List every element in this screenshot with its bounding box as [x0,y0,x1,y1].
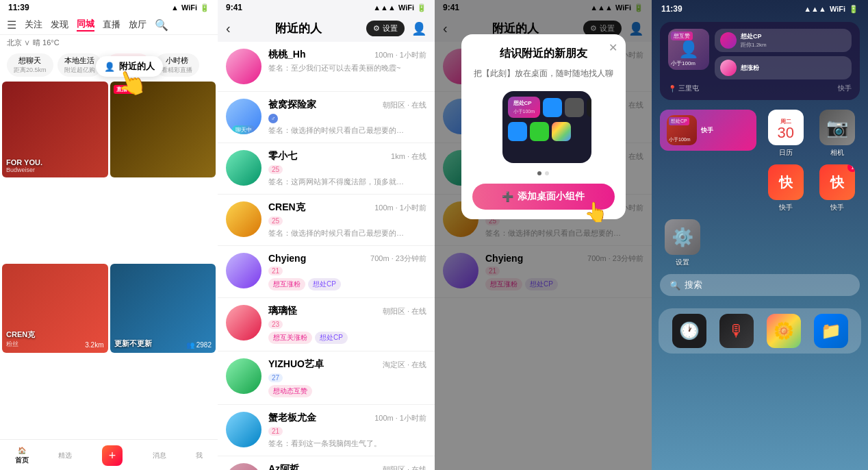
person-item[interactable]: YIZHUO艺卓 淘定区 · 在线 27 想动态互赞 [218,351,435,405]
cell1-name: FOR YOU. [6,158,104,166]
cp-info: 想处CP 距你1.2km [741,32,767,49]
grid-cell-1[interactable]: FOR YOU. Budweiser [2,82,108,177]
person-item[interactable]: Az阿哲 朝阳区 · 在线 29 [218,456,435,470]
bottom-messages[interactable]: 消息 [153,451,166,460]
menu-icon[interactable]: ☰ [7,18,16,32]
kuaishou-badge: 1 [847,164,855,172]
settings-label: 设置 [676,258,689,267]
ks-widget-tag: 想处CP [669,117,689,125]
cell3-dist: 3.2km [85,341,103,349]
widget-dist: 小于100m [513,108,535,115]
cp-bubble: 想处CP 距你1.2km [715,29,852,52]
dock: 🕐 🎙 🌼 📁 [659,308,861,354]
person-item[interactable]: CREN克 100m · 1小时前 25 签名：做选择的时候只看自己最想要的点，… [218,195,435,246]
person-item[interactable]: 璃璃怪 朝阳区 · 在线 23 想互关涨粉 想处CP [218,298,435,351]
avatar-8 [226,412,261,447]
person-2-sig: 签名：做选择的时候只看自己最想要的点，不要… [268,125,405,136]
age-badge-5: 21 [268,267,283,275]
nav-discover[interactable]: 发现 [51,18,68,31]
search-placeholder: 搜索 [685,279,702,291]
person-item[interactable]: 零小七 1km · 在线 25 签名：这两网站算不得魔法部，顶多就是个预言… [218,143,435,195]
nav-follow[interactable]: 关注 [25,18,42,31]
calendar-label: 日历 [779,148,793,158]
kuaishou-icon-3: 快 1 [819,164,855,200]
app-empty-2 [712,164,757,212]
nav-city[interactable]: 同城 [77,18,94,32]
people-list: 桃桃_Hh 100m · 1小时前 签名：至少我们还可以去看美丽的晚霞~ 聊天中… [218,42,435,470]
bottom-featured[interactable]: 精选 [58,451,72,460]
person-2-name: 被窝探险家 [268,99,316,111]
app-kuaishou-2[interactable]: 快 快手 [763,164,808,212]
avatar-4 [226,201,261,237]
bottom-home[interactable]: 🏠 首页 [15,447,29,465]
person-5-info: Chyieng 700m · 23分钟前 21 想互涨粉 想处CP [268,253,426,290]
avatar-3 [226,150,261,186]
gender-icon: ♂ [268,114,278,123]
nearby-bubble-icon: 👤 [104,62,115,72]
person-item[interactable]: 蟹老板尤金 100m · 1小时前 21 签名：看到这一条我脑阔生气了。 [218,405,435,456]
app-settings[interactable]: ⚙️ 设置 [660,219,705,267]
nav-cinema[interactable]: 放厅 [129,18,146,31]
panel-nearby-dialog: 9:41 ▲▲▲ WiFi 🔋 ‹ 附近的人 ⚙ 设置 👤 桃桃_Hh 100m… [435,0,652,470]
back-button[interactable]: ‹ [226,21,231,36]
person-item[interactable]: Chyieng 700m · 23分钟前 21 想互涨粉 想处CP [218,246,435,298]
app-kuaishou-3[interactable]: 快 1 快手 [815,164,860,212]
location-text[interactable]: 北京 ∨ [7,38,30,48]
settings-button[interactable]: ⚙ 设置 [366,21,405,36]
widget-footer: 📍 三里屯 快手 [668,84,852,93]
tag-local-sub: 附近超亿购 [64,66,95,75]
dock-photos[interactable]: 🌼 [767,314,801,348]
p2-signal: ▲▲▲ [373,3,396,12]
person-9-info: Az阿哲 朝阳区 · 在线 29 [268,463,426,470]
search-icon[interactable]: 🔍 [155,18,168,32]
profile-icon[interactable]: 👤 [411,21,426,36]
add-button[interactable]: + [102,445,123,466]
person-4-sig: 签名：做选择的时候只看自己最想要的点，不要… [268,228,405,238]
app-grid: 想处CP 小于100m 快手 周二 30 日历 📷 相机 [652,110,868,267]
tag-fans: 想互涨粉 [268,278,305,290]
nav-live[interactable]: 直播 [103,18,120,31]
kuaishou-label-2: 快手 [779,203,793,212]
dock-voice[interactable]: 🎙 [719,314,754,348]
widget-row: 想处CP 小于100m [508,97,585,118]
app-calendar[interactable]: 周二 30 日历 [763,110,808,158]
calendar-day: 30 [778,125,794,140]
p4-time: 11:39 [661,4,682,14]
person-item[interactable]: 桃桃_Hh 100m · 1小时前 签名：至少我们还可以去看美丽的晚霞~ [218,42,435,92]
dialog-dots [472,171,615,175]
age-badge-7: 27 [268,373,283,382]
kuaishou-widget[interactable]: 想互赞 👤 小于100m 想处CP 距你1.2km [660,22,860,100]
app-camera[interactable]: 📷 相机 [815,110,860,158]
battery-icon: 🔋 [200,3,209,12]
dock-files[interactable]: 📁 [814,314,848,348]
widget-cp-tag: 想处CP [513,99,535,107]
home-label: 首页 [15,456,29,465]
tag-chat[interactable]: 想聊天 距离20.5km [7,53,53,77]
dialog-desc: 把【此刻】放在桌面，随时随地找人聊 [472,68,615,79]
search-bar[interactable]: 🔍 搜索 [660,274,860,296]
p2-time: 9:41 [226,3,242,12]
person-7-tags: 想动态互赞 [268,385,426,397]
person-5-dist: 700m · 23分钟前 [370,253,426,264]
dock-clock[interactable]: 🕐 [672,314,706,348]
grid-cell-4[interactable]: 更新不更新 👥 2982 [110,264,216,353]
ks-widget-video: 想处CP 小于100m [667,115,697,145]
camera-label: 相机 [830,148,844,158]
chat-badge: 聊天中 [232,125,255,134]
location-row: 📍 三里屯 [668,84,699,93]
dialog-close-button[interactable]: ✕ [609,41,617,54]
person-3-name: 零小七 [268,150,297,162]
person-4-info: CREN克 100m · 1小时前 25 签名：做选择的时候只看自己最想要的点，… [268,201,426,238]
age-badge-8: 21 [268,427,283,436]
fans-bubble: 想涨粉 [715,56,852,79]
person-item[interactable]: 聊天中 被窝探险家 朝阳区 · 在线 ♂ 签名：做选择的时候只看自己最想要的点，… [218,92,435,143]
bottom-profile[interactable]: 我 [196,451,203,460]
status-bar: 11:39 ▲ WiFi 🔋 [0,0,218,15]
person-1-dist: 100m · 1小时前 [374,50,426,60]
app-kuaishou-widget[interactable]: 想处CP 小于100m 快手 [660,110,756,158]
grid-cell-3[interactable]: CREN克 粉丝 3.2km [2,264,108,353]
tag-local[interactable]: 本地生活 附近超亿购 [58,53,102,77]
dialog-btn-wrapper: ➕ 添加桌面小组件 👆 [472,184,615,210]
avatar-9 [226,463,261,470]
tag-rank-sub: 看精彩直播 [162,66,192,75]
